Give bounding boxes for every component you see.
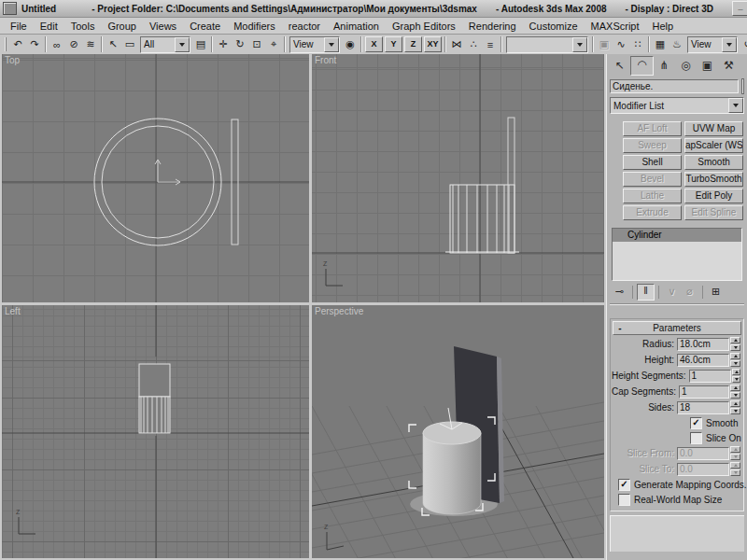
minimize-button[interactable]: _ (732, 1, 747, 16)
tab-utilities[interactable]: ⚒ (718, 57, 740, 75)
modifier-button-turbosmooth[interactable]: TurboSmooth (684, 172, 743, 187)
slice-on-checkbox[interactable] (690, 432, 702, 444)
select-and-manipulate-button[interactable]: ⌖ (265, 36, 282, 53)
menu-animation[interactable]: Animation (327, 20, 386, 33)
title-app-name: - Autodesk 3ds Max 2008 (496, 4, 607, 14)
menu-customize[interactable]: Customize (523, 20, 585, 33)
height-segments-field[interactable]: 1 (689, 370, 732, 383)
parameters-rollout-header[interactable]: - Parameters (613, 321, 741, 335)
menu-rendering[interactable]: Rendering (462, 20, 523, 33)
show-end-result-icon[interactable]: ‖ (637, 284, 655, 301)
chevron-down-icon[interactable] (728, 98, 743, 113)
selection-filter-dropdown[interactable]: All (140, 36, 190, 53)
menu-create[interactable]: Create (183, 20, 227, 33)
select-by-name-button[interactable]: ▤ (192, 36, 209, 53)
chevron-down-icon[interactable] (572, 37, 587, 52)
constraint-x-button[interactable]: X (365, 36, 383, 52)
generate-mapping-checkbox[interactable]: ✓ (618, 479, 630, 491)
tab-display[interactable]: ▣ (697, 57, 718, 75)
configure-modifier-sets-icon[interactable]: ⊞ (707, 285, 725, 300)
tab-create[interactable]: ↖ (609, 57, 630, 75)
viewport-front[interactable]: Front Z (312, 54, 604, 302)
menu-help[interactable]: Help (646, 20, 681, 33)
toolbar-grip[interactable] (5, 37, 7, 51)
height-label: Height: (612, 355, 677, 365)
align-button[interactable]: ∴ (465, 36, 482, 53)
chevron-down-icon[interactable] (324, 37, 339, 52)
viewport-perspective[interactable]: Perspective (312, 305, 604, 558)
modifier-button-edit-poly[interactable]: Edit Poly (684, 189, 743, 203)
curve-editor-button[interactable]: ∿ (613, 36, 629, 53)
menu-maxscript[interactable]: MAXScript (585, 20, 646, 33)
schematic-view-button[interactable]: ∷ (629, 36, 646, 53)
cap-segments-field[interactable]: 1 (679, 385, 729, 399)
smooth-checkbox[interactable]: ✓ (690, 417, 702, 429)
constraint-z-button[interactable]: Z (404, 36, 422, 52)
modifier-button-mapscaler[interactable]: apScaler (WSM (684, 138, 743, 153)
radius-spinner[interactable] (730, 337, 740, 351)
render-type-dropdown[interactable]: View (687, 36, 738, 53)
select-and-link-button[interactable]: ∞ (49, 36, 65, 53)
constraint-y-button[interactable]: Y (385, 36, 402, 52)
viewport-left[interactable]: Left Z (2, 305, 309, 558)
modifier-button-shell[interactable]: Shell (623, 155, 682, 170)
menu-reactor[interactable]: reactor (282, 20, 327, 33)
chevron-down-icon[interactable] (175, 37, 190, 52)
modifier-button-uvw-map[interactable]: UVW Map (684, 121, 743, 136)
coord-system-dropdown[interactable]: View (289, 36, 340, 53)
constraint-xy-button[interactable]: XY (424, 36, 442, 52)
use-pivot-center-button[interactable]: ◉ (342, 36, 359, 53)
radius-field[interactable]: 18.0cm (677, 338, 729, 351)
viewport-perspective-label[interactable]: Perspective (315, 306, 363, 316)
menu-modifiers[interactable]: Modifiers (227, 20, 282, 33)
material-editor-button[interactable]: ▦ (652, 36, 669, 53)
sides-field[interactable]: 18 (677, 401, 729, 414)
viewport-left-label[interactable]: Left (5, 306, 21, 316)
modifier-button-smooth[interactable]: Smooth (684, 155, 743, 170)
menu-views[interactable]: Views (143, 20, 183, 33)
select-object-button[interactable]: ↖ (105, 36, 121, 53)
render-scene-button[interactable]: ♨ (669, 36, 685, 53)
sides-spinner[interactable] (730, 400, 740, 414)
height-spinner[interactable] (730, 353, 740, 367)
menu-edit[interactable]: Edit (34, 20, 64, 33)
mirror-button[interactable]: ⋈ (448, 36, 465, 53)
modifier-list-dropdown[interactable]: Modifier List (610, 97, 744, 114)
redo-button[interactable]: ↷ (26, 36, 43, 53)
bind-to-spacewarp-button[interactable]: ≋ (82, 36, 99, 53)
stack-item-cylinder[interactable]: Cylinder (613, 229, 741, 242)
modifier-button-grid: AF Loft UVW Map Sweep apScaler (WSM Shel… (623, 121, 745, 220)
viewport-top-label[interactable]: Top (5, 55, 20, 65)
select-and-scale-button[interactable]: ⊡ (248, 36, 265, 53)
toolbar-separator (648, 36, 650, 52)
menu-group[interactable]: Group (101, 20, 143, 33)
object-name-field[interactable] (610, 79, 739, 93)
chevron-down-icon[interactable] (722, 37, 737, 52)
cylinder-body[interactable] (423, 433, 481, 514)
menu-graph-editors[interactable]: Graph Editors (386, 20, 462, 33)
height-field[interactable]: 46.0cm (677, 354, 729, 367)
quick-render-activeshade-button[interactable]: ↺ (740, 36, 747, 53)
pin-stack-icon[interactable]: ⊸ (611, 285, 628, 300)
menu-tools[interactable]: Tools (64, 20, 102, 33)
real-world-map-checkbox[interactable] (618, 494, 630, 506)
cap-segments-spinner[interactable] (730, 385, 740, 399)
height-segments-label: Height Segments: (612, 371, 689, 381)
object-color-swatch[interactable] (741, 78, 744, 94)
undo-button[interactable]: ↶ (9, 36, 26, 53)
tab-hierarchy[interactable]: ⋔ (654, 57, 675, 75)
unlink-selection-button[interactable]: ⊘ (65, 36, 82, 53)
viewport-front-label[interactable]: Front (315, 55, 336, 65)
modifier-stack-list[interactable]: Cylinder (612, 228, 742, 281)
rollout-collapse-icon[interactable]: - (613, 323, 627, 333)
tab-modify[interactable]: ◠ (630, 56, 654, 76)
viewport-top[interactable]: Top (2, 54, 309, 302)
menu-file[interactable]: File (4, 20, 34, 33)
height-segments-spinner[interactable] (732, 369, 740, 383)
layer-manager-button[interactable]: ≡ (482, 36, 499, 53)
named-selection-sets-dropdown[interactable] (506, 36, 588, 53)
rect-selection-region-button[interactable]: ▭ (121, 36, 138, 53)
select-and-move-button[interactable]: ✛ (215, 36, 232, 53)
select-and-rotate-button[interactable]: ↻ (232, 36, 248, 53)
tab-motion[interactable]: ◎ (675, 57, 697, 75)
